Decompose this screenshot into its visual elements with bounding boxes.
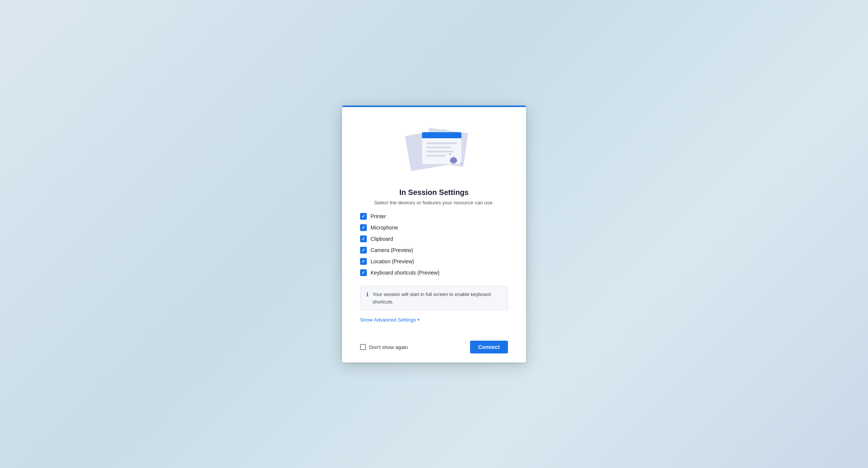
checkboxes-list: ✓Printer✓Microphone✓Clipboard✓Camera (Pr… xyxy=(360,213,508,276)
dont-show-checkbox[interactable] xyxy=(360,344,366,350)
checkbox-printer[interactable]: ✓ xyxy=(360,213,367,220)
checkmark-icon: ✓ xyxy=(362,270,365,275)
checkbox-clipboard[interactable]: ✓ xyxy=(360,236,367,242)
checkbox-item-microphone: ✓Microphone xyxy=(360,224,508,231)
dialog-footer: Don't show again Connect xyxy=(342,335,526,362)
checkbox-label-location: Location (Preview) xyxy=(371,258,414,264)
checkbox-label-printer: Printer xyxy=(371,213,386,219)
svg-rect-12 xyxy=(453,162,454,164)
svg-rect-13 xyxy=(450,160,452,161)
svg-rect-6 xyxy=(426,146,451,148)
checkbox-microphone[interactable]: ✓ xyxy=(360,224,367,231)
checkbox-location[interactable]: ✓ xyxy=(360,258,367,265)
chevron-down-icon: ▾ xyxy=(417,317,420,322)
svg-rect-8 xyxy=(426,155,445,157)
dialog-subtitle: Select the devices or features your reso… xyxy=(374,200,494,205)
checkmark-icon: ✓ xyxy=(362,214,365,219)
info-text: Your session will start in full screen t… xyxy=(372,291,502,305)
dialog-title: In Session Settings xyxy=(399,188,469,197)
checkmark-icon: ✓ xyxy=(362,237,365,241)
svg-point-20 xyxy=(460,163,462,164)
keyboard-shortcut-info: ℹ Your session will start in full screen… xyxy=(360,286,508,310)
info-icon: ℹ xyxy=(366,291,369,298)
checkbox-keyboard[interactable]: ✓ xyxy=(360,269,367,276)
checkbox-item-camera: ✓Camera (Preview) xyxy=(360,247,508,254)
checkbox-label-camera: Camera (Preview) xyxy=(371,247,413,253)
checkbox-item-keyboard: ✓Keyboard shortcuts (Preview) xyxy=(360,269,508,276)
settings-dialog: In Session Settings Select the devices o… xyxy=(342,106,526,362)
svg-rect-5 xyxy=(426,142,457,144)
checkmark-icon: ✓ xyxy=(362,225,365,230)
show-advanced-label: Show Advanced Settings xyxy=(360,317,416,323)
svg-rect-7 xyxy=(426,151,454,152)
svg-rect-11 xyxy=(453,157,454,159)
checkbox-label-clipboard: Clipboard xyxy=(371,236,393,242)
dont-show-area: Don't show again xyxy=(360,344,408,350)
checkbox-label-keyboard: Keyboard shortcuts (Preview) xyxy=(371,270,440,276)
checkmark-icon: ✓ xyxy=(362,259,365,264)
checkbox-camera[interactable]: ✓ xyxy=(360,247,367,254)
connect-button[interactable]: Connect xyxy=(470,341,508,353)
dont-show-label: Don't show again xyxy=(369,344,408,350)
checkbox-label-microphone: Microphone xyxy=(371,225,398,231)
illustration xyxy=(396,119,472,179)
checkbox-item-printer: ✓Printer xyxy=(360,213,508,220)
svg-point-19 xyxy=(449,153,451,155)
svg-rect-14 xyxy=(455,160,457,161)
checkbox-item-clipboard: ✓Clipboard xyxy=(360,236,508,242)
svg-rect-4 xyxy=(422,135,461,138)
show-advanced-link[interactable]: Show Advanced Settings ▾ xyxy=(360,317,420,323)
checkbox-item-location: ✓Location (Preview) xyxy=(360,258,508,265)
checkmark-icon: ✓ xyxy=(362,248,365,252)
dialog-body: In Session Settings Select the devices o… xyxy=(342,107,526,335)
